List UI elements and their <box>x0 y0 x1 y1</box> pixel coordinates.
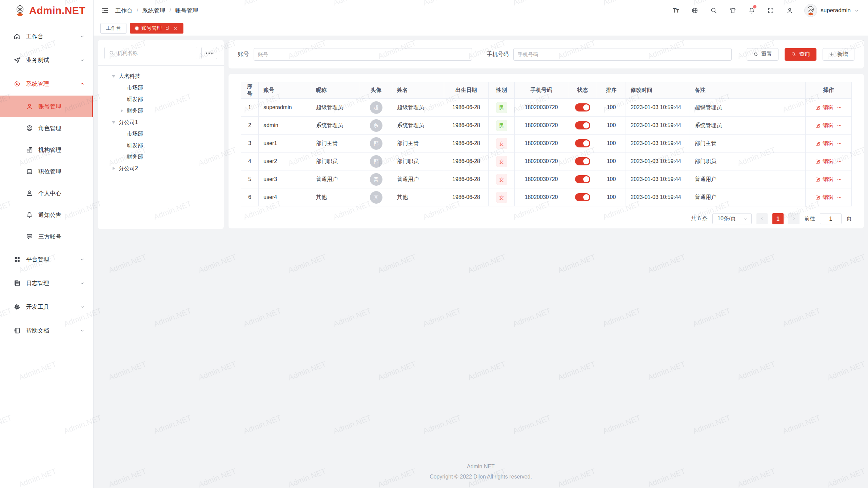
avatar: 其 <box>370 191 382 204</box>
page-size-select[interactable]: 10条/页 <box>712 213 752 224</box>
goto-page-input[interactable] <box>820 213 842 224</box>
edit-icon <box>815 141 821 146</box>
caret-right-icon[interactable] <box>111 166 116 171</box>
edit-button[interactable]: 编辑 <box>815 194 833 201</box>
language-icon[interactable] <box>690 6 699 15</box>
tab-account-management[interactable]: 账号管理 <box>130 23 183 34</box>
sidebar-item-dev-tools[interactable]: 开发工具 <box>0 295 93 319</box>
more-actions-icon[interactable] <box>836 105 842 110</box>
sidebar-item-help-docs[interactable]: 帮助文档 <box>0 319 93 342</box>
status-toggle[interactable] <box>575 157 590 165</box>
breadcrumb-item[interactable]: 系统管理 <box>142 7 165 15</box>
fullscreen-icon[interactable] <box>766 6 775 15</box>
account-input[interactable] <box>258 52 468 57</box>
caret-down-icon[interactable] <box>111 74 116 79</box>
more-actions-icon[interactable] <box>836 123 842 128</box>
content-area: 大名科技 市场部 研发部 财务部 分公司1 <box>94 36 868 488</box>
sidebar-item-account-management[interactable]: 账号管理 <box>0 96 93 117</box>
org-search-row <box>104 47 217 59</box>
col-actions: 操作 <box>806 82 852 99</box>
search-button[interactable]: 查询 <box>785 48 816 61</box>
sidebar-item-position-management[interactable]: 职位管理 <box>0 161 93 182</box>
refresh-icon[interactable] <box>165 26 170 31</box>
tree-node-label: 大名科技 <box>119 73 140 80</box>
avatar: 部 <box>370 155 382 168</box>
edit-button[interactable]: 编辑 <box>815 140 833 147</box>
col-phone: 手机号码 <box>515 82 568 99</box>
chat-bubble-icon <box>26 233 33 240</box>
tree-node[interactable]: 财务部 <box>104 105 217 117</box>
search-icon[interactable] <box>709 6 718 15</box>
sidebar-item-thirdparty-account[interactable]: 三方账号 <box>0 226 93 247</box>
sidebar-item-notice[interactable]: 通知公告 <box>0 204 93 226</box>
reset-button[interactable]: 重置 <box>747 48 778 61</box>
avatar <box>804 4 817 17</box>
person-icon[interactable] <box>785 6 794 15</box>
tree-node-label: 分公司1 <box>119 119 138 126</box>
sidebar-item-workbench[interactable]: 工作台 <box>0 24 93 48</box>
sidebar-item-business-test[interactable]: 业务测试 <box>0 48 93 72</box>
pagination: 共 6 条 10条/页 1 前往 <box>241 213 852 224</box>
more-actions-icon[interactable] <box>836 195 842 200</box>
more-actions-icon[interactable] <box>836 141 842 146</box>
tab-workbench[interactable]: 工作台 <box>100 23 126 34</box>
sidebar-item-org-management[interactable]: 机构管理 <box>0 139 93 161</box>
app-root: Admin.NET 工作台 业务测试 <box>0 0 868 488</box>
tree-node[interactable]: 分公司2 <box>104 163 217 174</box>
status-toggle[interactable] <box>575 103 590 111</box>
phone-input[interactable] <box>518 52 727 57</box>
tree-node-label: 财务部 <box>127 107 143 115</box>
tree-node[interactable]: 大名科技 <box>104 70 217 82</box>
topbar: 工作台 / 系统管理 / 账号管理 Tт <box>94 0 868 21</box>
notification-bell-icon[interactable] <box>747 6 756 15</box>
tree-node[interactable]: 分公司1 <box>104 117 217 128</box>
sidebar-item-personal-center[interactable]: 个人中心 <box>0 182 93 204</box>
table-row: 2 admin 系统管理员 系 系统管理员 1986-06-28 男 18020… <box>241 117 852 135</box>
tree-node[interactable]: 市场部 <box>104 128 217 140</box>
sidebar-item-log-management[interactable]: 日志管理 <box>0 271 93 295</box>
grid-icon <box>13 256 21 263</box>
page-unit-label: 页 <box>846 215 852 222</box>
tree-node[interactable]: 市场部 <box>104 82 217 94</box>
edit-icon <box>815 159 821 164</box>
badge-icon <box>26 168 33 175</box>
status-toggle[interactable] <box>575 193 590 201</box>
more-actions-icon[interactable] <box>836 177 842 182</box>
font-size-icon[interactable]: Tт <box>671 6 680 15</box>
table-row: 1 superadmin 超级管理员 超 超级管理员 1986-06-28 男 … <box>241 99 852 117</box>
prev-page-button[interactable] <box>756 213 768 224</box>
chevron-down-icon <box>79 328 85 333</box>
tree-node[interactable]: 财务部 <box>104 151 217 163</box>
user-menu[interactable]: superadmin <box>804 4 859 17</box>
more-actions-icon[interactable] <box>836 159 842 164</box>
tree-node-label: 市场部 <box>127 84 143 92</box>
add-button[interactable]: 新增 <box>823 48 854 61</box>
search-icon <box>791 52 796 57</box>
next-page-button[interactable] <box>788 213 800 224</box>
breadcrumb-item[interactable]: 工作台 <box>115 7 133 15</box>
avatar: 部 <box>370 137 382 150</box>
edit-button[interactable]: 编辑 <box>815 104 833 111</box>
menu-fold-icon[interactable] <box>101 6 109 15</box>
theme-shirt-icon[interactable] <box>728 6 737 15</box>
caret-down-icon[interactable] <box>111 120 116 125</box>
status-toggle[interactable] <box>575 175 590 183</box>
edit-button[interactable]: 编辑 <box>815 158 833 165</box>
org-search-input[interactable] <box>117 50 193 56</box>
close-icon[interactable] <box>173 26 178 31</box>
sidebar-item-system-management[interactable]: 系统管理 <box>0 72 93 96</box>
tree-node[interactable]: 研发部 <box>104 140 217 151</box>
edit-button[interactable]: 编辑 <box>815 122 833 129</box>
edit-button[interactable]: 编辑 <box>815 176 833 183</box>
sidebar-item-role-management[interactable]: 角色管理 <box>0 117 93 139</box>
tree-node[interactable]: 研发部 <box>104 94 217 105</box>
sidebar-item-label: 开发工具 <box>26 303 49 311</box>
page-number-1[interactable]: 1 <box>772 213 784 224</box>
status-toggle[interactable] <box>575 121 590 129</box>
status-toggle[interactable] <box>575 139 590 147</box>
avatar: 超 <box>370 101 382 114</box>
caret-right-icon[interactable] <box>119 108 124 113</box>
sidebar-item-platform-management[interactable]: 平台管理 <box>0 247 93 271</box>
org-more-button[interactable] <box>201 47 217 59</box>
table-row: 3 user1 部门主管 部 部门主管 1986-06-28 女 1802003… <box>241 135 852 152</box>
